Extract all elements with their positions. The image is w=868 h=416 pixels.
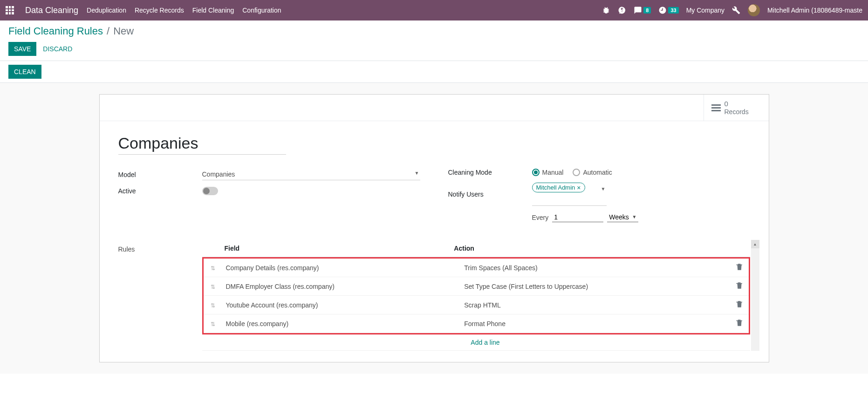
cell-action: Set Type Case (First Letters to Uppercas… <box>460 277 730 296</box>
records-count: 0 <box>724 100 728 108</box>
cell-action: Trim Spaces (All Spaces) <box>460 259 730 277</box>
breadcrumb-current: New <box>113 25 134 37</box>
cell-field: DMFA Employer Class (res.company) <box>222 277 461 296</box>
cell-field: Youtube Account (res.company) <box>222 296 461 314</box>
table-row[interactable]: ⇅DMFA Employer Class (res.company)Set Ty… <box>204 277 749 296</box>
list-icon <box>711 103 721 113</box>
col-action-header: Action <box>450 240 731 257</box>
every-unit-select[interactable]: Weeks <box>607 212 638 222</box>
drag-handle-icon[interactable]: ⇅ <box>211 321 215 327</box>
clean-button[interactable]: Clean <box>8 65 41 79</box>
mode-automatic-label: Automatic <box>583 169 612 176</box>
breadcrumb-sep: / <box>107 25 109 37</box>
table-row[interactable]: ⇅Company Details (res.company)Trim Space… <box>204 259 749 277</box>
every-value-input[interactable] <box>552 212 603 222</box>
notify-users-field[interactable]: Mitchell Admin × ▼ <box>532 183 607 206</box>
cell-field: Company Details (res.company) <box>222 259 461 277</box>
messages-icon[interactable]: 8 <box>634 6 651 14</box>
notify-user-tag: Mitchell Admin × <box>532 183 585 192</box>
mode-manual-label: Manual <box>542 169 564 176</box>
tools-icon[interactable] <box>732 6 740 14</box>
scrollbar[interactable]: ▲ <box>751 240 759 351</box>
discard-button[interactable]: Discard <box>37 42 78 56</box>
radio-unchecked-icon <box>573 169 580 176</box>
tag-label: Mitchell Admin <box>536 184 575 191</box>
control-panel: Field Cleaning Rules / New Save Discard <box>0 20 868 61</box>
model-input[interactable] <box>202 169 420 180</box>
cell-action: Format Phone <box>460 314 730 333</box>
model-field[interactable]: ▼ <box>202 169 420 180</box>
company-switcher[interactable]: My Company <box>686 7 724 14</box>
save-button[interactable]: Save <box>8 42 36 56</box>
cell-field: Mobile (res.company) <box>222 314 461 333</box>
table-row[interactable]: ⇅Mobile (res.company)Format Phone <box>204 314 749 333</box>
add-line-link[interactable]: Add a line <box>471 339 499 346</box>
nav-configuration[interactable]: Configuration <box>242 7 281 14</box>
drag-handle-icon[interactable]: ⇅ <box>211 265 215 272</box>
support-icon[interactable] <box>618 6 626 14</box>
nav-recycle-records[interactable]: Recycle Records <box>135 7 184 14</box>
rules-table: Field Action <box>202 240 750 257</box>
trash-icon[interactable] <box>735 265 744 273</box>
activities-icon[interactable]: 33 <box>658 6 678 14</box>
records-label: Records <box>724 108 749 116</box>
model-label: Model <box>118 171 202 178</box>
debug-icon[interactable] <box>602 6 610 14</box>
tag-remove-icon[interactable]: × <box>577 184 581 191</box>
messages-badge: 8 <box>643 7 651 14</box>
every-label: Every <box>532 214 549 221</box>
drag-handle-icon[interactable]: ⇅ <box>211 302 215 309</box>
cleaning-mode-label: Cleaning Mode <box>448 169 532 176</box>
caret-down-icon: ▼ <box>601 186 606 191</box>
col-field-header: Field <box>221 240 451 257</box>
mode-manual-radio[interactable]: Manual <box>532 169 564 176</box>
app-title[interactable]: Data Cleaning <box>25 6 78 15</box>
breadcrumb: Field Cleaning Rules / New <box>8 25 860 37</box>
trash-icon[interactable] <box>735 302 744 310</box>
user-avatar[interactable] <box>748 4 760 16</box>
trash-icon[interactable] <box>735 321 744 328</box>
records-stat-button[interactable]: 0 Records <box>704 95 769 121</box>
active-toggle[interactable] <box>202 187 218 195</box>
nav-field-cleaning[interactable]: Field Cleaning <box>192 7 234 14</box>
breadcrumb-parent[interactable]: Field Cleaning Rules <box>8 25 103 37</box>
table-row[interactable]: ⇅Youtube Account (res.company)Scrap HTML <box>204 296 749 314</box>
top-navbar: Data Cleaning Deduplication Recycle Reco… <box>0 0 868 20</box>
active-label: Active <box>118 187 202 195</box>
scroll-up-icon[interactable]: ▲ <box>751 240 759 248</box>
radio-checked-icon <box>532 169 540 176</box>
notify-users-label: Notify Users <box>448 191 532 198</box>
rules-label: Rules <box>118 240 202 351</box>
rule-name-input[interactable] <box>118 132 286 155</box>
apps-icon[interactable] <box>6 6 14 14</box>
mode-automatic-radio[interactable]: Automatic <box>573 169 612 176</box>
activities-badge: 33 <box>668 7 678 14</box>
drag-handle-icon[interactable]: ⇅ <box>211 284 215 290</box>
action-bar: Clean <box>0 61 868 83</box>
user-name[interactable]: Mitchell Admin (18086489-maste <box>767 7 862 14</box>
cell-action: Scrap HTML <box>460 296 730 314</box>
trash-icon[interactable] <box>735 284 744 291</box>
nav-deduplication[interactable]: Deduplication <box>87 7 126 14</box>
form-sheet: 0 Records Model ▼ <box>99 94 769 362</box>
caret-down-icon: ▼ <box>415 170 419 176</box>
